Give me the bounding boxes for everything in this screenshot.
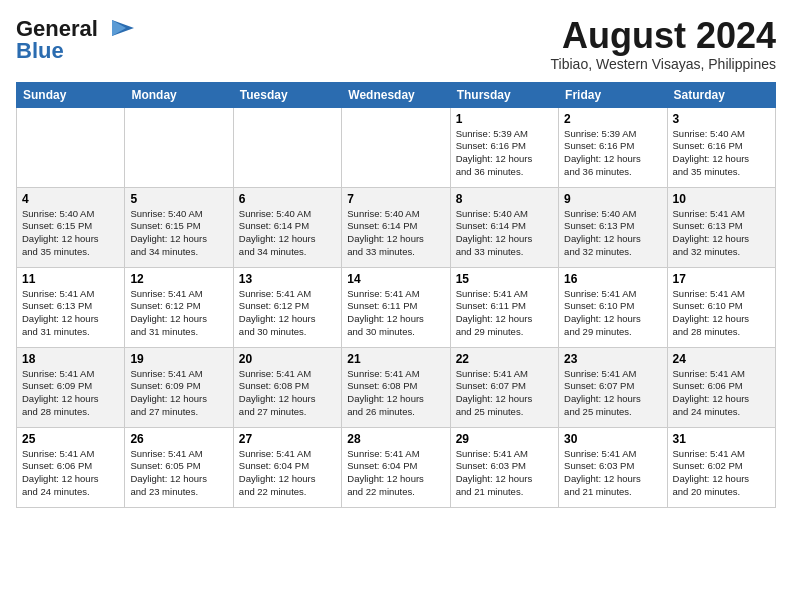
calendar-week-row: 4Sunrise: 5:40 AM Sunset: 6:15 PM Daylig… (17, 187, 776, 267)
day-info: Sunrise: 5:41 AM Sunset: 6:13 PM Dayligh… (22, 288, 119, 339)
day-number: 9 (564, 192, 661, 206)
day-info: Sunrise: 5:39 AM Sunset: 6:16 PM Dayligh… (564, 128, 661, 179)
day-number: 27 (239, 432, 336, 446)
title-section: August 2024 Tibiao, Western Visayas, Phi… (551, 16, 776, 72)
day-info: Sunrise: 5:41 AM Sunset: 6:03 PM Dayligh… (564, 448, 661, 499)
day-info: Sunrise: 5:40 AM Sunset: 6:16 PM Dayligh… (673, 128, 770, 179)
svg-marker-1 (112, 20, 126, 36)
day-info: Sunrise: 5:41 AM Sunset: 6:07 PM Dayligh… (456, 368, 553, 419)
calendar-cell: 11Sunrise: 5:41 AM Sunset: 6:13 PM Dayli… (17, 267, 125, 347)
calendar-week-row: 1Sunrise: 5:39 AM Sunset: 6:16 PM Daylig… (17, 107, 776, 187)
calendar-cell: 17Sunrise: 5:41 AM Sunset: 6:10 PM Dayli… (667, 267, 775, 347)
day-info: Sunrise: 5:41 AM Sunset: 6:10 PM Dayligh… (564, 288, 661, 339)
day-number: 18 (22, 352, 119, 366)
calendar-cell: 4Sunrise: 5:40 AM Sunset: 6:15 PM Daylig… (17, 187, 125, 267)
header-sunday: Sunday (17, 82, 125, 107)
day-number: 7 (347, 192, 444, 206)
logo-icon (98, 18, 134, 40)
day-number: 3 (673, 112, 770, 126)
calendar-cell: 7Sunrise: 5:40 AM Sunset: 6:14 PM Daylig… (342, 187, 450, 267)
calendar-cell (125, 107, 233, 187)
day-info: Sunrise: 5:41 AM Sunset: 6:06 PM Dayligh… (673, 368, 770, 419)
calendar-cell: 16Sunrise: 5:41 AM Sunset: 6:10 PM Dayli… (559, 267, 667, 347)
day-info: Sunrise: 5:41 AM Sunset: 6:11 PM Dayligh… (456, 288, 553, 339)
calendar-cell: 31Sunrise: 5:41 AM Sunset: 6:02 PM Dayli… (667, 427, 775, 507)
day-info: Sunrise: 5:41 AM Sunset: 6:09 PM Dayligh… (130, 368, 227, 419)
day-number: 26 (130, 432, 227, 446)
day-info: Sunrise: 5:41 AM Sunset: 6:08 PM Dayligh… (239, 368, 336, 419)
calendar-cell: 5Sunrise: 5:40 AM Sunset: 6:15 PM Daylig… (125, 187, 233, 267)
calendar-cell: 9Sunrise: 5:40 AM Sunset: 6:13 PM Daylig… (559, 187, 667, 267)
calendar-week-row: 11Sunrise: 5:41 AM Sunset: 6:13 PM Dayli… (17, 267, 776, 347)
day-info: Sunrise: 5:41 AM Sunset: 6:12 PM Dayligh… (130, 288, 227, 339)
day-info: Sunrise: 5:41 AM Sunset: 6:04 PM Dayligh… (239, 448, 336, 499)
day-number: 30 (564, 432, 661, 446)
day-info: Sunrise: 5:40 AM Sunset: 6:15 PM Dayligh… (130, 208, 227, 259)
header-friday: Friday (559, 82, 667, 107)
day-number: 15 (456, 272, 553, 286)
calendar-cell: 8Sunrise: 5:40 AM Sunset: 6:14 PM Daylig… (450, 187, 558, 267)
calendar-cell: 2Sunrise: 5:39 AM Sunset: 6:16 PM Daylig… (559, 107, 667, 187)
day-number: 6 (239, 192, 336, 206)
day-info: Sunrise: 5:41 AM Sunset: 6:10 PM Dayligh… (673, 288, 770, 339)
day-info: Sunrise: 5:41 AM Sunset: 6:02 PM Dayligh… (673, 448, 770, 499)
day-number: 10 (673, 192, 770, 206)
day-number: 20 (239, 352, 336, 366)
calendar-cell (342, 107, 450, 187)
day-info: Sunrise: 5:41 AM Sunset: 6:13 PM Dayligh… (673, 208, 770, 259)
calendar-cell: 28Sunrise: 5:41 AM Sunset: 6:04 PM Dayli… (342, 427, 450, 507)
logo-text-blue: Blue (16, 38, 64, 64)
day-number: 12 (130, 272, 227, 286)
day-number: 23 (564, 352, 661, 366)
calendar-cell: 20Sunrise: 5:41 AM Sunset: 6:08 PM Dayli… (233, 347, 341, 427)
day-number: 17 (673, 272, 770, 286)
calendar-cell: 23Sunrise: 5:41 AM Sunset: 6:07 PM Dayli… (559, 347, 667, 427)
day-info: Sunrise: 5:41 AM Sunset: 6:12 PM Dayligh… (239, 288, 336, 339)
location-title: Tibiao, Western Visayas, Philippines (551, 56, 776, 72)
day-number: 16 (564, 272, 661, 286)
day-info: Sunrise: 5:41 AM Sunset: 6:11 PM Dayligh… (347, 288, 444, 339)
calendar-week-row: 25Sunrise: 5:41 AM Sunset: 6:06 PM Dayli… (17, 427, 776, 507)
day-number: 4 (22, 192, 119, 206)
calendar-cell: 3Sunrise: 5:40 AM Sunset: 6:16 PM Daylig… (667, 107, 775, 187)
calendar-cell: 25Sunrise: 5:41 AM Sunset: 6:06 PM Dayli… (17, 427, 125, 507)
header-saturday: Saturday (667, 82, 775, 107)
day-number: 24 (673, 352, 770, 366)
calendar-cell (233, 107, 341, 187)
day-info: Sunrise: 5:41 AM Sunset: 6:09 PM Dayligh… (22, 368, 119, 419)
calendar-cell: 10Sunrise: 5:41 AM Sunset: 6:13 PM Dayli… (667, 187, 775, 267)
calendar-week-row: 18Sunrise: 5:41 AM Sunset: 6:09 PM Dayli… (17, 347, 776, 427)
calendar-header-row: SundayMondayTuesdayWednesdayThursdayFrid… (17, 82, 776, 107)
day-number: 1 (456, 112, 553, 126)
day-info: Sunrise: 5:41 AM Sunset: 6:04 PM Dayligh… (347, 448, 444, 499)
header-tuesday: Tuesday (233, 82, 341, 107)
day-info: Sunrise: 5:40 AM Sunset: 6:14 PM Dayligh… (239, 208, 336, 259)
day-number: 5 (130, 192, 227, 206)
day-number: 21 (347, 352, 444, 366)
calendar-cell: 30Sunrise: 5:41 AM Sunset: 6:03 PM Dayli… (559, 427, 667, 507)
day-number: 29 (456, 432, 553, 446)
calendar-cell: 21Sunrise: 5:41 AM Sunset: 6:08 PM Dayli… (342, 347, 450, 427)
day-info: Sunrise: 5:39 AM Sunset: 6:16 PM Dayligh… (456, 128, 553, 179)
calendar-table: SundayMondayTuesdayWednesdayThursdayFrid… (16, 82, 776, 508)
day-info: Sunrise: 5:40 AM Sunset: 6:15 PM Dayligh… (22, 208, 119, 259)
calendar-cell: 24Sunrise: 5:41 AM Sunset: 6:06 PM Dayli… (667, 347, 775, 427)
calendar-cell: 1Sunrise: 5:39 AM Sunset: 6:16 PM Daylig… (450, 107, 558, 187)
day-info: Sunrise: 5:40 AM Sunset: 6:13 PM Dayligh… (564, 208, 661, 259)
day-info: Sunrise: 5:41 AM Sunset: 6:06 PM Dayligh… (22, 448, 119, 499)
calendar-cell: 22Sunrise: 5:41 AM Sunset: 6:07 PM Dayli… (450, 347, 558, 427)
calendar-cell: 27Sunrise: 5:41 AM Sunset: 6:04 PM Dayli… (233, 427, 341, 507)
day-number: 11 (22, 272, 119, 286)
calendar-cell: 14Sunrise: 5:41 AM Sunset: 6:11 PM Dayli… (342, 267, 450, 347)
day-number: 22 (456, 352, 553, 366)
day-number: 28 (347, 432, 444, 446)
page-header: General Blue August 2024 Tibiao, Western… (16, 16, 776, 72)
month-title: August 2024 (551, 16, 776, 56)
calendar-cell: 26Sunrise: 5:41 AM Sunset: 6:05 PM Dayli… (125, 427, 233, 507)
day-number: 31 (673, 432, 770, 446)
calendar-cell: 12Sunrise: 5:41 AM Sunset: 6:12 PM Dayli… (125, 267, 233, 347)
day-number: 19 (130, 352, 227, 366)
calendar-cell: 18Sunrise: 5:41 AM Sunset: 6:09 PM Dayli… (17, 347, 125, 427)
day-info: Sunrise: 5:41 AM Sunset: 6:05 PM Dayligh… (130, 448, 227, 499)
logo: General Blue (16, 16, 134, 64)
